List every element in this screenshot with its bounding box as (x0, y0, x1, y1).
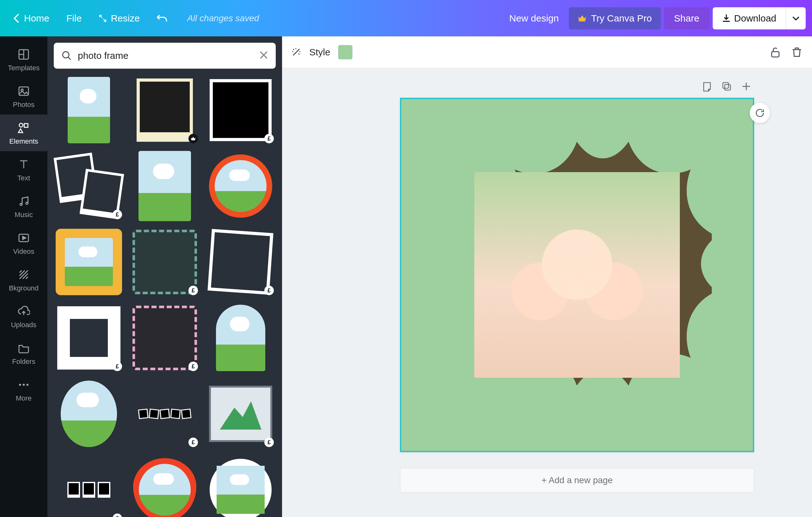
price-badge: £ (188, 362, 198, 371)
templates-icon (18, 48, 30, 61)
undo-button[interactable] (150, 9, 175, 28)
price-badge: £ (113, 362, 122, 371)
sidenav-item-background[interactable]: Bkground (0, 261, 48, 298)
resize-label: Resize (111, 13, 140, 24)
save-status: All changes saved (187, 13, 259, 23)
resize-icon (99, 14, 107, 23)
element-tile[interactable]: £ (206, 75, 276, 145)
chevron-down-icon (792, 16, 799, 21)
sidenav-label: Elements (9, 137, 38, 145)
sidenav-label: Text (18, 174, 30, 182)
notes-button[interactable] (701, 81, 713, 92)
add-page-label: + Add a new page (542, 475, 613, 485)
svg-point-9 (26, 384, 28, 386)
price-badge: £ (188, 286, 198, 295)
resize-button[interactable]: Resize (92, 8, 147, 28)
element-tile[interactable]: £ (129, 379, 200, 449)
plus-icon (741, 81, 752, 92)
search-input[interactable] (78, 50, 254, 61)
sidenav-item-elements[interactable]: Elements (0, 114, 48, 151)
price-badge: £ (113, 210, 122, 219)
page-actions (701, 81, 752, 92)
sidenav-item-photos[interactable]: Photos (0, 78, 48, 114)
copy-icon (721, 81, 732, 92)
sidenav-item-music[interactable]: Music (0, 188, 48, 225)
element-tile[interactable] (129, 151, 200, 221)
price-badge: £ (188, 438, 198, 447)
element-tile[interactable] (129, 75, 200, 145)
top-bar: Home File Resize All changes saved New d… (0, 0, 812, 36)
home-button[interactable]: Home (6, 8, 56, 28)
sidenav-label: Folders (12, 357, 35, 366)
share-label: Share (674, 13, 699, 23)
note-icon (701, 81, 713, 92)
element-tile[interactable]: £ (206, 227, 276, 297)
trash-icon (790, 46, 803, 58)
decorative-frame[interactable] (442, 131, 712, 419)
search-box (54, 43, 276, 69)
file-label: File (66, 13, 82, 24)
file-menu[interactable]: File (59, 8, 89, 28)
side-nav: Templates Photos Elements Text Music Vid… (0, 36, 48, 517)
text-icon (18, 158, 30, 171)
sidenav-item-more[interactable]: More (0, 372, 48, 408)
download-button[interactable]: Download (713, 7, 786, 29)
price-badge: £ (264, 286, 274, 295)
sidenav-item-text[interactable]: Text (0, 151, 48, 188)
svg-rect-13 (723, 83, 728, 88)
download-options-button[interactable] (786, 7, 806, 29)
svg-point-4 (20, 203, 22, 206)
clear-search-button[interactable] (259, 51, 268, 61)
element-tile[interactable] (206, 455, 276, 517)
download-label: Download (734, 13, 776, 24)
style-button[interactable]: Style (309, 47, 330, 58)
chevron-left-icon (13, 13, 20, 23)
photos-icon (18, 85, 30, 98)
regenerate-button[interactable] (750, 103, 770, 123)
element-tile[interactable] (54, 379, 124, 449)
element-tile[interactable]: £ (129, 303, 200, 373)
try-pro-button[interactable]: Try Canva Pro (569, 7, 661, 29)
new-design-label: New design (509, 13, 559, 24)
element-tile[interactable]: £ (206, 379, 276, 449)
add-new-page-button[interactable]: + Add a new page (400, 468, 754, 493)
unlock-button[interactable] (769, 46, 782, 58)
home-label: Home (24, 13, 49, 24)
element-tile[interactable] (54, 227, 124, 297)
element-tile[interactable]: £ (54, 455, 124, 517)
context-toolbar: Style (282, 36, 812, 68)
element-tile[interactable] (129, 455, 200, 517)
videos-icon (18, 232, 30, 244)
sidenav-label: Uploads (11, 321, 37, 329)
new-design-button[interactable]: New design (502, 8, 566, 28)
sidenav-item-folders[interactable]: Folders (0, 335, 48, 372)
svg-rect-1 (19, 87, 28, 96)
element-tile[interactable]: £ (54, 151, 124, 221)
try-pro-label: Try Canva Pro (591, 13, 652, 24)
sidenav-item-videos[interactable]: Videos (0, 225, 48, 261)
refresh-icon (754, 108, 765, 118)
add-page-button[interactable] (741, 81, 752, 92)
delete-button[interactable] (790, 46, 803, 58)
share-button[interactable]: Share (664, 7, 709, 29)
element-tile[interactable]: £ (54, 303, 124, 373)
search-icon (61, 50, 72, 61)
element-tile[interactable]: £ (129, 227, 200, 297)
elements-icon (18, 121, 30, 134)
sidenav-item-templates[interactable]: Templates (0, 41, 48, 78)
magic-icon[interactable] (291, 47, 302, 58)
svg-point-3 (19, 124, 23, 127)
duplicate-page-button[interactable] (721, 81, 732, 92)
element-tile[interactable] (206, 151, 276, 221)
sidenav-item-uploads[interactable]: Uploads (0, 298, 48, 335)
undo-icon (157, 13, 168, 23)
sidenav-label: Videos (13, 247, 34, 256)
music-icon (18, 195, 30, 208)
fill-color-swatch[interactable] (338, 45, 353, 59)
frame-photo[interactable] (474, 172, 680, 378)
element-tile[interactable] (54, 75, 124, 145)
svg-point-5 (26, 202, 28, 205)
element-tile[interactable] (206, 303, 276, 373)
svg-rect-11 (772, 52, 779, 57)
canvas-page[interactable] (400, 98, 754, 452)
